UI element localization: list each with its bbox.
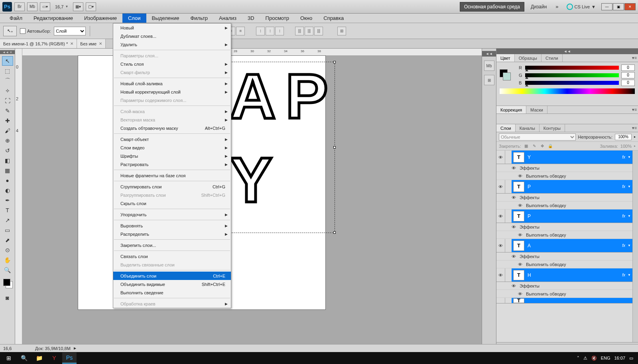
menu-item[interactable]: Скрыть слои xyxy=(113,199,231,207)
path-tool[interactable]: ↗ xyxy=(2,215,13,225)
panel-tab-Каналы[interactable]: Каналы xyxy=(516,124,540,132)
fx-effects-row[interactable]: 👁Эффекты xyxy=(496,194,632,202)
brush-tool[interactable]: 🖌 xyxy=(2,126,13,135)
visibility-icon[interactable]: 👁 xyxy=(512,166,517,170)
layer-row[interactable]: 👁TYfx▼ xyxy=(496,151,632,164)
minimize-btn[interactable]: — xyxy=(601,3,612,10)
fx-stroke-row[interactable]: 👁Выполнить обводку xyxy=(496,290,632,298)
fx-indicator[interactable]: fx xyxy=(622,214,625,218)
layer-thumbnail[interactable]: T xyxy=(513,270,524,280)
visibility-icon[interactable]: 👁 xyxy=(512,225,517,229)
fx-dropdown-icon[interactable]: ▼ xyxy=(628,244,631,247)
visibility-icon[interactable]: 👁 xyxy=(512,195,517,200)
fx-effects-row[interactable]: 👁Эффекты xyxy=(496,252,632,260)
b-slider[interactable] xyxy=(525,81,619,85)
panel-tab-Слои[interactable]: Слои xyxy=(496,124,516,132)
layer-name[interactable]: P xyxy=(528,184,622,190)
layer-name[interactable]: A xyxy=(528,243,622,249)
g-value[interactable]: 0 xyxy=(621,72,635,78)
eraser-tool[interactable]: ◧ xyxy=(2,156,13,165)
visibility-icon[interactable]: 👁 xyxy=(518,233,524,237)
menu-item[interactable]: Сгруппировать слоиCtrl+G xyxy=(113,182,231,191)
tray-volume-icon[interactable]: 🔇 xyxy=(591,356,597,361)
panel-menu-icon[interactable]: ▾≡ xyxy=(631,54,638,62)
lock-all-icon[interactable]: 🔒 xyxy=(547,143,553,149)
screen-mode-btn[interactable]: ▭▾ xyxy=(40,2,50,11)
menu-item[interactable]: Упорядочить▶ xyxy=(113,210,231,219)
visibility-icon[interactable]: 👁 xyxy=(518,292,524,296)
visibility-icon[interactable]: 👁 xyxy=(518,174,524,178)
menu-Изображение[interactable]: Изображение xyxy=(79,14,122,23)
layer-row[interactable]: T xyxy=(496,298,632,303)
align-top-icon[interactable]: ⫶ xyxy=(256,27,265,35)
fx-indicator[interactable]: fx xyxy=(622,155,625,159)
quickmask-tool[interactable]: ◙ xyxy=(2,293,13,303)
lock-move-icon[interactable]: ✥ xyxy=(540,143,545,149)
doc-tab[interactable]: Без имени-1 @ 16,7% (RGB/8) *✕ xyxy=(0,39,77,48)
spectrum-bar[interactable] xyxy=(500,88,635,94)
layer-thumbnail[interactable]: T xyxy=(513,211,524,221)
color-swatch-selector[interactable] xyxy=(500,69,508,77)
gradient-tool[interactable]: ▦ xyxy=(2,166,13,175)
menu-Окно[interactable]: Окно xyxy=(295,14,318,23)
menu-item[interactable]: Новый корректирующий слой▶ xyxy=(113,88,231,96)
autoselect-target[interactable]: Слой xyxy=(54,27,86,35)
status-zoom[interactable]: 16,6 xyxy=(0,346,23,351)
cslive-btn[interactable]: CS Live▼ xyxy=(563,4,599,10)
r-slider[interactable] xyxy=(525,66,619,70)
fx-indicator[interactable]: fx xyxy=(622,273,625,277)
fx-effects-row[interactable]: 👁Эффекты xyxy=(496,223,632,231)
layer-name[interactable]: Y xyxy=(528,155,622,160)
panel-tab-Цвет[interactable]: Цвет xyxy=(496,54,515,62)
layer-thumbnail[interactable]: T xyxy=(513,241,524,251)
lasso-tool[interactable]: ⌒ xyxy=(2,76,13,86)
distribute-icon[interactable]: ||| xyxy=(295,27,304,35)
distribute-icon[interactable]: ||| xyxy=(314,27,323,35)
menu-3D[interactable]: 3D xyxy=(242,14,260,23)
stamp-tool[interactable]: ⊕ xyxy=(2,136,13,145)
menu-item[interactable]: Слои видео▶ xyxy=(113,143,231,152)
panel-tab-Стили[interactable]: Стили xyxy=(542,54,563,62)
fx-stroke-row[interactable]: 👁Выполнить обводку xyxy=(496,260,632,268)
panels-collapse[interactable]: ◄◄ xyxy=(496,49,638,54)
history-dock-icon[interactable]: ⊞ xyxy=(484,75,494,85)
menu-item[interactable]: Новый▶ xyxy=(113,23,231,32)
layer-name[interactable]: P xyxy=(528,213,622,219)
visibility-icon[interactable]: 👁 xyxy=(518,262,524,267)
menu-item[interactable]: Удалить▶ xyxy=(113,40,231,49)
menu-Анализ[interactable]: Анализ xyxy=(213,14,242,23)
start-button[interactable]: ⊞ xyxy=(2,352,16,364)
layers-scrollbar[interactable] xyxy=(632,151,638,342)
blend-mode-select[interactable]: Обычные xyxy=(499,133,576,141)
panel-tab-Образцы[interactable]: Образцы xyxy=(515,54,542,62)
panel-tab-Маски[interactable]: Маски xyxy=(526,106,547,114)
visibility-icon[interactable]: 👁 xyxy=(496,180,505,193)
toolbox-collapse[interactable]: ◄◄ ✕ xyxy=(0,50,15,54)
menu-item[interactable]: Объединить слоиCtrl+E xyxy=(113,272,231,280)
history-brush-tool[interactable]: ↺ xyxy=(2,146,13,155)
g-slider[interactable] xyxy=(525,73,619,77)
align-icon[interactable]: ≡ xyxy=(236,27,245,35)
fx-indicator[interactable]: fx xyxy=(622,243,625,248)
visibility-icon[interactable]: 👁 xyxy=(496,209,505,223)
layer-row[interactable]: 👁TPfx▼ xyxy=(496,209,632,223)
menu-item[interactable]: Объединить видимыеShift+Ctrl+E xyxy=(113,280,231,288)
3d-camera-tool[interactable]: ⊙ xyxy=(2,245,13,255)
menu-item[interactable]: Связать слои xyxy=(113,252,231,260)
layer-row[interactable]: 👁TPfx▼ xyxy=(496,180,632,194)
align-bot-icon[interactable]: ⫶ xyxy=(275,27,284,35)
yandex-taskbar-icon[interactable]: Y xyxy=(47,352,61,364)
menu-Редактирование[interactable]: Редактирование xyxy=(28,14,79,23)
panel-tab-Контуры[interactable]: Контуры xyxy=(540,124,565,132)
visibility-icon[interactable]: 👁 xyxy=(496,151,505,164)
opacity-value[interactable]: 100% xyxy=(615,134,632,140)
fx-stroke-row[interactable]: 👁Выполнить обводку xyxy=(496,231,632,239)
dodge-tool[interactable]: ◐ xyxy=(2,186,13,195)
menu-item[interactable]: Дубликат слоев... xyxy=(113,32,231,40)
lock-brush-icon[interactable]: ✎ xyxy=(532,143,537,149)
3d-tool[interactable]: ⬈ xyxy=(2,235,13,245)
blur-tool[interactable]: ● xyxy=(2,176,13,185)
workspace-selector[interactable]: Основная рабочая среда xyxy=(460,2,524,12)
visibility-icon[interactable]: 👁 xyxy=(512,284,517,288)
menu-Слои[interactable]: Слои xyxy=(122,14,146,23)
